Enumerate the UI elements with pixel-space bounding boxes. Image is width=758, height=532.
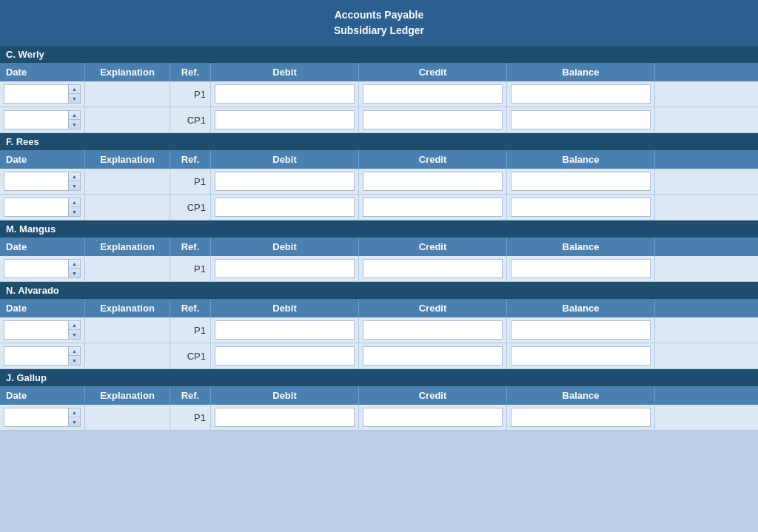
credit-input-f-rees-0[interactable] xyxy=(363,172,503,191)
date-col-j-gallup-0: ▲▼ xyxy=(0,405,85,430)
header-balance-f-rees: Balance xyxy=(507,150,655,169)
balance-input-f-rees-0[interactable] xyxy=(511,172,651,191)
debit-input-f-rees-0[interactable] xyxy=(215,172,355,191)
date-input-m-mangus-0[interactable] xyxy=(4,259,69,278)
header-debit-f-rees: Debit xyxy=(211,150,359,169)
debit-input-n-alvarado-0[interactable] xyxy=(215,320,355,340)
data-row-c-werly-0: ▲▼P1 xyxy=(0,81,758,107)
credit-col-c-werly-0 xyxy=(359,81,507,107)
ref-col-n-alvarado-0: P1 xyxy=(170,317,211,343)
credit-col-n-alvarado-0 xyxy=(359,317,507,343)
balance-input-n-alvarado-0[interactable] xyxy=(511,320,651,340)
credit-input-m-mangus-0[interactable] xyxy=(363,259,503,278)
balance-input-n-alvarado-1[interactable] xyxy=(511,346,651,366)
balance-input-f-rees-1[interactable] xyxy=(511,198,651,217)
header-debit-n-alvarado: Debit xyxy=(211,299,359,317)
date-spinner-j-gallup-0[interactable]: ▲▼ xyxy=(68,408,81,427)
ref-col-m-mangus-0: P1 xyxy=(170,256,211,281)
debit-col-c-werly-0 xyxy=(211,81,359,107)
header-credit-j-gallup: Credit xyxy=(359,386,507,405)
date-col-f-rees-0: ▲▼ xyxy=(0,169,85,194)
header-debit-j-gallup: Debit xyxy=(211,386,359,405)
explanation-col-m-mangus-0 xyxy=(85,256,170,281)
date-spinner-m-mangus-0[interactable]: ▲▼ xyxy=(68,259,81,278)
date-input-n-alvarado-1[interactable] xyxy=(4,346,69,366)
balance-col-n-alvarado-1 xyxy=(507,343,655,368)
debit-input-f-rees-1[interactable] xyxy=(215,198,355,217)
debit-col-f-rees-0 xyxy=(211,169,359,194)
debit-input-j-gallup-0[interactable] xyxy=(215,408,355,427)
header-credit-f-rees: Credit xyxy=(359,150,507,169)
debit-input-m-mangus-0[interactable] xyxy=(215,259,355,278)
date-col-m-mangus-0: ▲▼ xyxy=(0,256,85,281)
balance-input-m-mangus-0[interactable] xyxy=(511,259,651,278)
date-col-n-alvarado-1: ▲▼ xyxy=(0,343,85,368)
balance-input-c-werly-0[interactable] xyxy=(511,84,651,104)
date-input-c-werly-1[interactable] xyxy=(4,110,69,129)
header-date-n-alvarado: Date xyxy=(0,299,85,317)
date-input-f-rees-1[interactable] xyxy=(4,198,69,217)
credit-input-f-rees-1[interactable] xyxy=(363,198,503,217)
header-date-m-mangus: Date xyxy=(0,238,85,256)
debit-input-c-werly-0[interactable] xyxy=(215,84,355,104)
debit-col-m-mangus-0 xyxy=(211,256,359,281)
date-input-f-rees-0[interactable] xyxy=(4,172,69,191)
vendor-name-m-mangus: M. Mangus xyxy=(0,220,758,238)
debit-input-n-alvarado-1[interactable] xyxy=(215,346,355,366)
date-col-c-werly-0: ▲▼ xyxy=(0,81,85,107)
credit-input-c-werly-1[interactable] xyxy=(363,110,503,129)
header-ref-j-gallup: Ref. xyxy=(170,386,211,405)
date-spinner-f-rees-1[interactable]: ▲▼ xyxy=(68,198,81,217)
credit-input-c-werly-0[interactable] xyxy=(363,84,503,104)
date-input-c-werly-0[interactable] xyxy=(4,84,69,104)
date-col-f-rees-1: ▲▼ xyxy=(0,195,85,220)
ref-col-f-rees-1: CP1 xyxy=(170,195,211,220)
ref-col-c-werly-1: CP1 xyxy=(170,107,211,132)
credit-col-n-alvarado-1 xyxy=(359,343,507,368)
balance-col-f-rees-1 xyxy=(507,195,655,220)
data-row-n-alvarado-1: ▲▼CP1 xyxy=(0,343,758,369)
date-spinner-f-rees-0[interactable]: ▲▼ xyxy=(68,172,81,191)
header-ref-m-mangus: Ref. xyxy=(170,238,211,256)
balance-col-f-rees-0 xyxy=(507,169,655,194)
header-date-f-rees: Date xyxy=(0,150,85,169)
date-input-j-gallup-0[interactable] xyxy=(4,408,69,427)
debit-input-c-werly-1[interactable] xyxy=(215,110,355,129)
credit-input-n-alvarado-0[interactable] xyxy=(363,320,503,340)
header-date-c-werly: Date xyxy=(0,63,85,81)
date-spinner-c-werly-1[interactable]: ▲▼ xyxy=(68,110,81,129)
explanation-col-j-gallup-0 xyxy=(85,405,170,430)
ref-col-c-werly-0: P1 xyxy=(170,81,211,107)
header-balance-m-mangus: Balance xyxy=(507,238,655,256)
header-row-m-mangus: DateExplanationRef.DebitCreditBalance xyxy=(0,238,758,256)
balance-input-j-gallup-0[interactable] xyxy=(511,408,651,427)
header-explanation-n-alvarado: Explanation xyxy=(85,299,170,317)
vendor-section-m-mangus: M. MangusDateExplanationRef.DebitCreditB… xyxy=(0,220,758,282)
explanation-col-n-alvarado-0 xyxy=(85,317,170,343)
header-credit-n-alvarado: Credit xyxy=(359,299,507,317)
credit-col-f-rees-1 xyxy=(359,195,507,220)
credit-input-n-alvarado-1[interactable] xyxy=(363,346,503,366)
date-input-n-alvarado-0[interactable] xyxy=(4,320,69,340)
data-row-n-alvarado-0: ▲▼P1 xyxy=(0,317,758,343)
header-ref-n-alvarado: Ref. xyxy=(170,299,211,317)
date-spinner-n-alvarado-1[interactable]: ▲▼ xyxy=(68,346,81,366)
date-spinner-c-werly-0[interactable]: ▲▼ xyxy=(68,84,81,104)
data-row-j-gallup-0: ▲▼P1 xyxy=(0,405,758,431)
header-balance-j-gallup: Balance xyxy=(507,386,655,405)
credit-input-j-gallup-0[interactable] xyxy=(363,408,503,427)
vendor-name-f-rees: F. Rees xyxy=(0,133,758,150)
debit-col-n-alvarado-1 xyxy=(211,343,359,368)
page-title: Accounts Payable Subsidiary Ledger xyxy=(0,0,758,46)
balance-input-c-werly-1[interactable] xyxy=(511,110,651,129)
explanation-col-c-werly-1 xyxy=(85,107,170,132)
date-spinner-n-alvarado-0[interactable]: ▲▼ xyxy=(68,320,81,340)
header-credit-m-mangus: Credit xyxy=(359,238,507,256)
data-row-f-rees-0: ▲▼P1 xyxy=(0,169,758,195)
header-explanation-c-werly: Explanation xyxy=(85,63,170,81)
vendor-section-j-gallup: J. GallupDateExplanationRef.DebitCreditB… xyxy=(0,369,758,431)
data-row-m-mangus-0: ▲▼P1 xyxy=(0,256,758,282)
header-explanation-f-rees: Explanation xyxy=(85,150,170,169)
balance-col-j-gallup-0 xyxy=(507,405,655,430)
balance-col-c-werly-0 xyxy=(507,81,655,107)
